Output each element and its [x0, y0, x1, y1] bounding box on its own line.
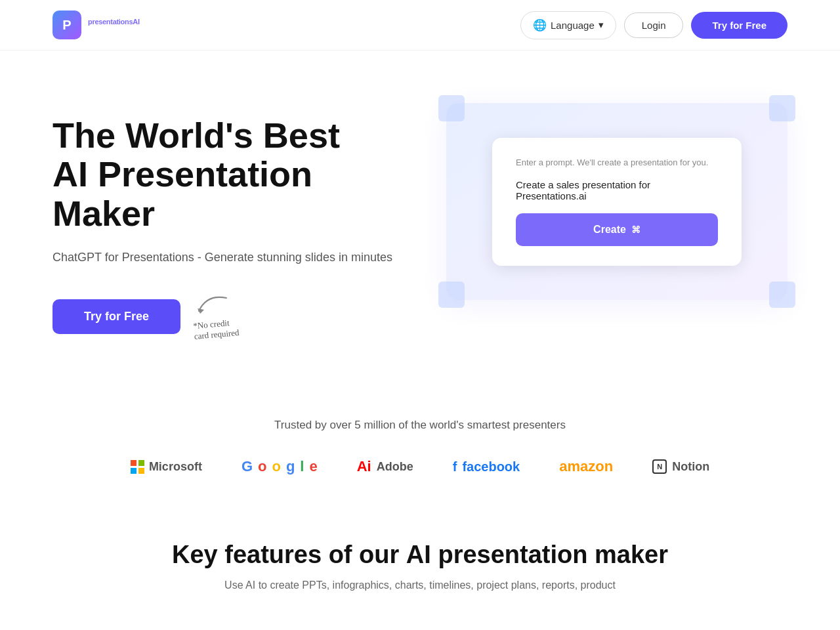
features-section: Key features of our AI presentation make…: [0, 501, 840, 618]
facebook-logo: f facebook: [453, 459, 520, 474]
try-free-button-hero[interactable]: Try for Free: [52, 299, 180, 334]
hero-section: The World's Best AI Presentation Maker C…: [0, 51, 840, 379]
logos-row: Microsoft Google Ai Adobe f facebook ama…: [52, 458, 788, 475]
features-subtitle: Use AI to create PPTs, infographics, cha…: [52, 579, 788, 591]
hero-subtitle: ChatGPT for Presentations - Generate stu…: [52, 249, 392, 266]
command-icon: ⌘: [631, 224, 640, 235]
google-logo: Google: [242, 458, 318, 475]
notion-logo: N Notion: [652, 459, 709, 474]
hero-left: The World's Best AI Presentation Maker C…: [52, 103, 392, 340]
language-button[interactable]: 🌐 Language ▾: [520, 11, 616, 39]
arrow-note: *No credit card required: [194, 293, 239, 340]
globe-icon: 🌐: [533, 18, 547, 32]
hero-cta-area: Try for Free *No credit card required: [52, 293, 392, 340]
corner-decoration: [438, 282, 465, 308]
microsoft-logo: Microsoft: [131, 460, 202, 474]
amazon-icon: amazon: [559, 458, 613, 475]
corner-decoration: [438, 95, 465, 121]
corner-decoration: [769, 282, 795, 308]
amazon-logo: amazon: [559, 458, 613, 475]
slide-prompt-label: Enter a prompt. We'll create a presentat…: [516, 158, 718, 167]
create-label: Create: [593, 224, 626, 236]
notion-icon: N: [652, 459, 667, 474]
logo-icon: P: [52, 10, 81, 39]
hero-right: Enter a prompt. We'll create a presentat…: [446, 103, 788, 300]
microsoft-icon: [131, 460, 144, 473]
language-label: Language: [551, 20, 595, 31]
create-button[interactable]: Create ⌘: [516, 213, 718, 246]
adobe-icon: Ai: [357, 458, 371, 475]
nav-right: 🌐 Language ▾ Login Try for Free: [520, 11, 788, 39]
login-button[interactable]: Login: [624, 12, 684, 38]
corner-decoration: [769, 95, 795, 121]
trusted-label: Trusted by over 5 million of the world's…: [52, 419, 788, 432]
facebook-icon: f: [453, 459, 457, 474]
no-credit-text: *No credit card required: [193, 317, 240, 342]
hero-title: The World's Best AI Presentation Maker: [52, 116, 392, 233]
arrow-icon: [194, 293, 233, 316]
adobe-logo: Ai Adobe: [357, 458, 413, 475]
trusted-section: Trusted by over 5 million of the world's…: [0, 379, 840, 501]
features-title: Key features of our AI presentation make…: [52, 541, 788, 569]
logo-text: presentationsAI: [88, 18, 140, 32]
slide-prompt-text: Create a sales presentation for Presenta…: [516, 179, 718, 201]
chevron-down-icon: ▾: [598, 19, 604, 31]
presentation-preview: Enter a prompt. We'll create a presentat…: [446, 103, 788, 300]
navbar: P presentationsAI 🌐 Language ▾ Login Try…: [0, 0, 840, 51]
slide-card: Enter a prompt. We'll create a presentat…: [492, 138, 742, 266]
logo[interactable]: P presentationsAI: [52, 10, 140, 39]
try-free-button-nav[interactable]: Try for Free: [691, 12, 788, 39]
